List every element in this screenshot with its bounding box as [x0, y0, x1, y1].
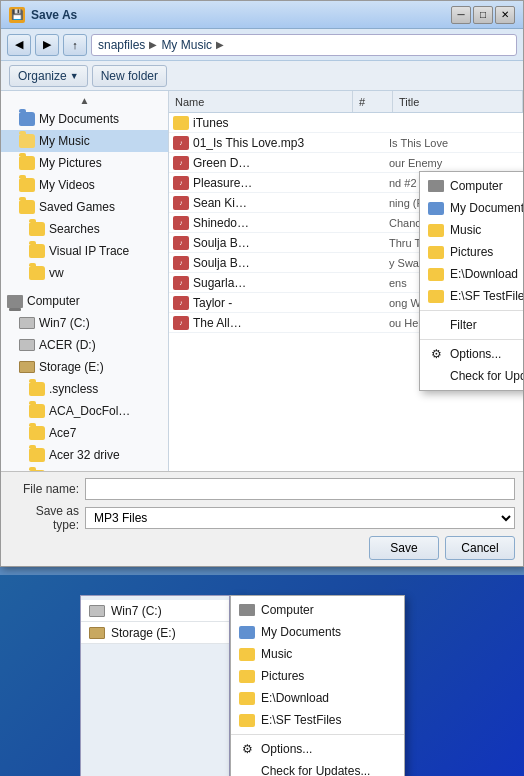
sidebar-item-ace7[interactable]: Ace7	[1, 422, 168, 444]
menu-item-mydocuments[interactable]: My Documents	[420, 197, 523, 219]
sidebar-item-vw[interactable]: vw	[1, 262, 168, 284]
menu-item-music[interactable]: Music	[420, 219, 523, 241]
breadcrumb-part2: My Music	[161, 38, 212, 52]
drive-list: Win7 (C:) Storage (E:)	[80, 595, 230, 776]
mp3-icon: ♪	[173, 196, 189, 210]
sidebar-item-myvideos[interactable]: My Videos	[1, 174, 168, 196]
sidebar-item-mydocuments[interactable]: My Documents	[1, 108, 168, 130]
second-menu-item-pictures[interactable]: Pictures	[231, 665, 404, 687]
drive-list-item-win7[interactable]: Win7 (C:)	[81, 600, 229, 622]
menu-item-computer[interactable]: Computer	[420, 175, 523, 197]
computer-icon	[7, 295, 23, 308]
second-menu-item-options[interactable]: ⚙ Options...	[231, 738, 404, 760]
sidebar-item-savedgames[interactable]: Saved Games	[1, 196, 168, 218]
save-button[interactable]: Save	[369, 536, 439, 560]
close-button[interactable]: ✕	[495, 6, 515, 24]
filename-row: File name:	[9, 478, 515, 500]
filename-input[interactable]	[85, 478, 515, 500]
folder-menu-icon	[239, 626, 255, 639]
second-menu-item-mydocuments[interactable]: My Documents	[231, 621, 404, 643]
folder-icon	[29, 426, 45, 440]
menu-item-edownload[interactable]: E:\Download	[420, 263, 523, 285]
drive-list-item-storage[interactable]: Storage (E:)	[81, 622, 229, 644]
folder-icon	[29, 470, 45, 471]
back-button[interactable]: ◀	[7, 34, 31, 56]
sidebar-item-acer32[interactable]: Acer 32 drive	[1, 444, 168, 466]
computer-menu-icon	[239, 604, 255, 616]
new-folder-button[interactable]: New folder	[92, 65, 167, 87]
sidebar-item-mypictures[interactable]: My Pictures	[1, 152, 168, 174]
folder-menu-icon	[428, 246, 444, 259]
breadcrumb-arrow2: ▶	[216, 39, 224, 50]
menu-item-esftestfiles[interactable]: E:\SF TestFiles	[420, 285, 523, 307]
organize-button[interactable]: Organize ▼	[9, 65, 88, 87]
second-menu-item-esftestfiles[interactable]: E:\SF TestFiles	[231, 709, 404, 731]
menu-item-options[interactable]: ⚙ Options...	[420, 343, 523, 365]
breadcrumb-arrow1: ▶	[149, 39, 157, 50]
folder-icon	[29, 448, 45, 462]
sidebar: ▲ My Documents My Music My Pictures My V…	[1, 91, 169, 471]
folder-icon	[29, 222, 45, 236]
mp3-icon: ♪	[173, 256, 189, 270]
sidebar-item-syncless[interactable]: .syncless	[1, 378, 168, 400]
sidebar-item-adminmenu[interactable]: admin_menu	[1, 466, 168, 471]
folder-icon	[19, 156, 35, 170]
storage-icon	[89, 627, 105, 639]
col-header-title[interactable]: Title	[393, 91, 523, 112]
second-menu-item-checkupdates[interactable]: Check for Updates...	[231, 760, 404, 776]
maximize-button[interactable]: □	[473, 6, 493, 24]
sidebar-item-mymusic[interactable]: My Music	[1, 130, 168, 152]
second-menu-separator	[231, 734, 404, 735]
sidebar-scroll-up[interactable]: ▲	[1, 93, 168, 108]
file-row-greend[interactable]: ♪ Green D… our Enemy	[169, 153, 523, 173]
menu-separator2	[420, 339, 523, 340]
folder-menu-icon	[428, 268, 444, 281]
context-menu: Computer My Documents Music Pictures E:\…	[419, 171, 523, 391]
minimize-button[interactable]: ─	[451, 6, 471, 24]
folder-icon	[29, 382, 45, 396]
file-row-isthislove[interactable]: ♪ 01_Is This Love.mp3 Is This Love	[169, 133, 523, 153]
second-menu-item-computer[interactable]: Computer	[231, 599, 404, 621]
col-header-name[interactable]: Name	[169, 91, 353, 112]
menu-item-filter[interactable]: Filter	[420, 314, 523, 336]
menu-item-checkupdates[interactable]: Check for Updates...	[420, 365, 523, 387]
organize-arrow: ▼	[70, 71, 79, 81]
sidebar-item-visualiptrace[interactable]: Visual IP Trace	[1, 240, 168, 262]
sidebar-item-win7c[interactable]: Win7 (C:)	[1, 312, 168, 334]
folder-menu-icon	[428, 224, 444, 237]
second-context-menu: Computer My Documents Music Pictures E:\…	[230, 595, 405, 776]
folder-icon	[19, 112, 35, 126]
bottom-bar: File name: Save as type: MP3 Files Save …	[1, 471, 523, 566]
up-button[interactable]: ↑	[63, 34, 87, 56]
menu-item-pictures[interactable]: Pictures	[420, 241, 523, 263]
storage-icon	[19, 361, 35, 373]
menu-separator	[420, 310, 523, 311]
mp3-icon: ♪	[173, 316, 189, 330]
filetype-select[interactable]: MP3 Files	[85, 507, 515, 529]
folder-menu-icon	[428, 290, 444, 303]
title-icon: 💾	[9, 7, 25, 23]
sidebar-item-searches[interactable]: Searches	[1, 218, 168, 240]
drive-icon	[19, 339, 35, 351]
mp3-icon: ♪	[173, 176, 189, 190]
second-menu-item-music[interactable]: Music	[231, 643, 404, 665]
sidebar-item-acadocfol[interactable]: ACA_DocFol…	[1, 400, 168, 422]
col-header-hash[interactable]: #	[353, 91, 393, 112]
mp3-icon: ♪	[173, 236, 189, 250]
title-bar: 💾 Save As ─ □ ✕	[1, 1, 523, 29]
folder-menu-icon	[239, 714, 255, 727]
folder-icon	[19, 178, 35, 192]
update-icon	[428, 368, 444, 384]
sidebar-item-computer[interactable]: Computer	[1, 290, 168, 312]
mp3-icon: ♪	[173, 136, 189, 150]
folder-icon	[19, 200, 35, 214]
breadcrumb[interactable]: snapfiles ▶ My Music ▶	[91, 34, 517, 56]
sidebar-item-storagee[interactable]: Storage (E:)	[1, 356, 168, 378]
second-menu-item-edownload[interactable]: E:\Download	[231, 687, 404, 709]
mp3-icon: ♪	[173, 156, 189, 170]
file-row-itunes[interactable]: iTunes	[169, 113, 523, 133]
options-icon: ⚙	[239, 741, 255, 757]
sidebar-item-acerd[interactable]: ACER (D:)	[1, 334, 168, 356]
cancel-button[interactable]: Cancel	[445, 536, 515, 560]
forward-button[interactable]: ▶	[35, 34, 59, 56]
